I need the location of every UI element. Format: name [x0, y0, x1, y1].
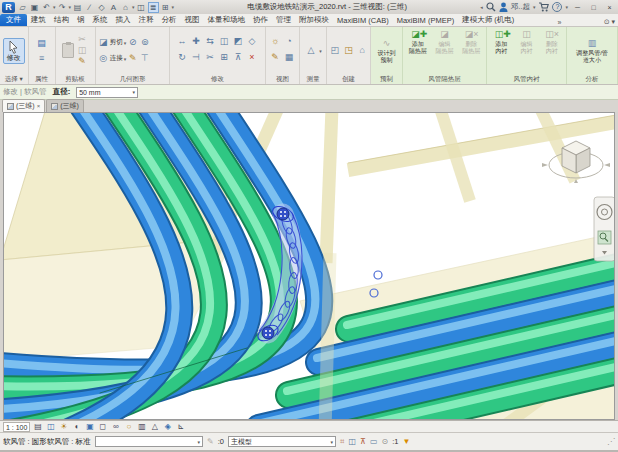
- app-store-cart-icon[interactable]: [538, 2, 549, 12]
- section-icon[interactable]: ◫: [136, 2, 147, 13]
- modify-button[interactable]: 修改: [3, 38, 25, 64]
- undo-caret-icon[interactable]: ▾: [53, 4, 56, 10]
- mirror-icon[interactable]: ◩: [232, 35, 245, 48]
- crop-view-icon[interactable]: ▣: [84, 422, 95, 432]
- detail-level-icon[interactable]: ▤: [32, 422, 43, 432]
- copy-element-icon[interactable]: ◫: [218, 35, 231, 48]
- print-icon[interactable]: ▤: [72, 2, 83, 13]
- hide-elements-icon[interactable]: ☼: [269, 35, 282, 48]
- tab-overflow-icon[interactable]: »: [555, 19, 565, 26]
- thin-lines-icon[interactable]: ≣: [148, 2, 159, 13]
- reveal-constraints-icon[interactable]: ⊾: [175, 422, 186, 432]
- offset-icon[interactable]: ⇆: [204, 35, 217, 48]
- infocenter-collapse-icon[interactable]: ◂: [480, 4, 483, 10]
- search-icon[interactable]: [486, 2, 496, 12]
- move-icon[interactable]: ✚: [190, 35, 203, 48]
- navigation-bar[interactable]: [594, 197, 614, 261]
- delete-insulation-button[interactable]: ◪× 删除 隔热层: [458, 28, 484, 55]
- array-icon[interactable]: ⊞: [218, 51, 231, 64]
- ribbon-display-toggle-icon[interactable]: ⊙ ▾: [601, 18, 618, 26]
- filter-icon[interactable]: ▼: [402, 437, 410, 446]
- trim-icon[interactable]: ⊣: [190, 51, 203, 64]
- view-tab-close-icon[interactable]: ×: [37, 103, 41, 109]
- tab-modeling-master-mep[interactable]: 建模大师 (机电): [458, 14, 518, 26]
- measure-angle-icon[interactable]: △: [304, 44, 317, 57]
- exclude-underlay-icon[interactable]: ▭: [370, 437, 378, 446]
- sun-path-icon[interactable]: ☀: [58, 422, 69, 432]
- add-insulation-button[interactable]: ◪✚ 添加 隔热层: [405, 28, 431, 55]
- properties-icon[interactable]: ▤: [35, 37, 48, 50]
- temporary-hide-isolate-icon[interactable]: ∞: [110, 422, 121, 432]
- tab-file[interactable]: 文件: [0, 14, 27, 26]
- view-caret-icon[interactable]: ▾: [132, 4, 135, 10]
- switch-windows-icon[interactable]: ⊞: [160, 2, 171, 13]
- reveal-hidden-elements-icon[interactable]: ○: [123, 422, 134, 432]
- exclude-pinned-icon[interactable]: ⊼: [360, 437, 366, 446]
- open-file-icon[interactable]: ▱: [17, 2, 28, 13]
- save-icon[interactable]: ▣: [29, 2, 40, 13]
- delete-lining-button[interactable]: ◫× 删除 内衬: [540, 28, 564, 55]
- create-similar-icon[interactable]: ◳: [343, 44, 355, 57]
- tab-steel[interactable]: 钢: [73, 14, 89, 26]
- linework-icon[interactable]: ✎: [269, 51, 282, 64]
- view-tab-3d-inactive[interactable]: (三维): [46, 99, 84, 112]
- paint-icon[interactable]: ✎: [127, 52, 138, 65]
- tab-annotate[interactable]: 注释: [135, 14, 158, 26]
- close-button[interactable]: ×: [603, 2, 616, 13]
- diameter-select[interactable]: 50 mm ▾: [76, 87, 138, 98]
- tab-structure[interactable]: 结构: [50, 14, 73, 26]
- tab-maxibim-pmep[interactable]: MaxiBIM (PMEP): [393, 15, 459, 26]
- tab-manage[interactable]: 管理: [272, 14, 295, 26]
- tab-addins[interactable]: 附加模块: [295, 14, 333, 26]
- editable-only-icon[interactable]: ✎: [207, 437, 214, 446]
- type-properties-icon[interactable]: ≡: [35, 52, 48, 65]
- text-icon[interactable]: A: [108, 2, 119, 13]
- user-caret-icon[interactable]: ▾: [533, 4, 536, 10]
- show-crop-region-icon[interactable]: ◻: [97, 422, 108, 432]
- design-option-select[interactable]: 主模型 ▾: [228, 436, 336, 447]
- tag-icon[interactable]: ◇: [96, 2, 107, 13]
- edit-lining-button[interactable]: ◫ 编辑 内衬: [514, 28, 538, 55]
- minimize-button[interactable]: ─: [571, 2, 584, 13]
- design-to-fabrication-button[interactable]: ∿ 设计到 预制: [373, 37, 400, 64]
- tab-maxibim-cab[interactable]: MaxiBIM (CAB): [333, 15, 393, 26]
- measure-icon[interactable]: ∕: [84, 2, 95, 13]
- create-assembly-icon[interactable]: ⌂: [356, 44, 368, 57]
- cope-icon[interactable]: ⊚: [139, 36, 150, 49]
- temporary-view-properties-icon[interactable]: ▥: [136, 422, 147, 432]
- split-icon[interactable]: ✂: [204, 51, 217, 64]
- revit-logo[interactable]: R: [2, 2, 15, 13]
- displace-icon[interactable]: ▦: [283, 51, 296, 64]
- resize-grip[interactable]: ⋰: [607, 437, 615, 446]
- hide-analytical-model-icon[interactable]: △: [149, 422, 160, 432]
- tab-collaborate[interactable]: 协作: [249, 14, 272, 26]
- undo-icon[interactable]: ↶: [41, 2, 52, 13]
- add-lining-button[interactable]: ◫✚ 添加 内衬: [489, 28, 513, 55]
- panel-select-label[interactable]: 选择 ▾: [0, 74, 28, 84]
- displacement-sets-icon[interactable]: ◈: [162, 422, 173, 432]
- tab-view[interactable]: 视图: [181, 14, 204, 26]
- user-name[interactable]: 邓..超: [511, 2, 530, 12]
- user-icon[interactable]: [499, 2, 508, 12]
- split-face-icon[interactable]: ⊤: [139, 52, 150, 65]
- delete-icon[interactable]: ×: [246, 51, 259, 64]
- rotate-icon[interactable]: ↻: [176, 51, 189, 64]
- edit-insulation-button[interactable]: ◪ 编辑 隔热层: [432, 28, 458, 55]
- cut-geometry-button[interactable]: ◪ 剪切 ▾ ⊘ ⊚: [98, 36, 151, 50]
- resize-duct-pipe-button[interactable]: ▥ 调整风管/管 道大小: [569, 37, 615, 64]
- view-tab-3d-active[interactable]: (三维) ×: [2, 99, 45, 112]
- restore-button[interactable]: □: [587, 2, 600, 13]
- press-drag-icon[interactable]: ◫: [348, 437, 356, 446]
- qat-customize-icon[interactable]: ▾: [172, 4, 175, 10]
- visual-style-icon[interactable]: ◫: [45, 422, 56, 432]
- create-group-icon[interactable]: ◰: [329, 44, 341, 57]
- scale-icon[interactable]: ◇: [246, 35, 259, 48]
- cut-icon[interactable]: ✂: [76, 34, 89, 45]
- tab-analyze[interactable]: 分析: [158, 14, 181, 26]
- match-type-icon[interactable]: ✎: [76, 56, 89, 67]
- demolish-icon[interactable]: ⊘: [127, 36, 138, 49]
- select-toggle-icon[interactable]: ⊙: [381, 437, 388, 446]
- paste-icon[interactable]: [62, 43, 74, 58]
- drag-handle-circle-1[interactable]: [374, 271, 382, 279]
- tab-insert[interactable]: 插入: [112, 14, 135, 26]
